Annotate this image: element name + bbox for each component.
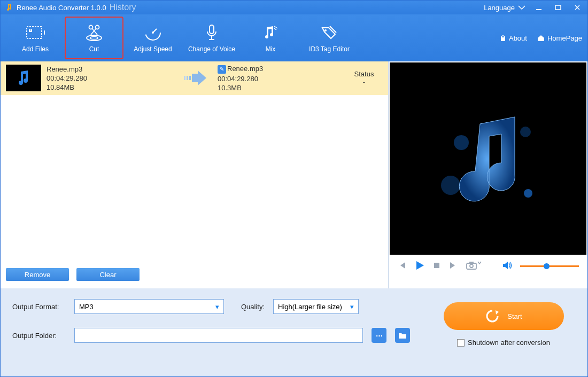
status-column: Status - — [345, 70, 383, 86]
id3-tag-button[interactable]: ID3 Tag Editor — [300, 17, 359, 59]
player-controls — [390, 255, 586, 277]
tag-icon — [320, 23, 339, 42]
change-voice-button[interactable]: Change of Voice — [182, 17, 241, 59]
svg-point-21 — [520, 127, 531, 137]
about-link[interactable]: About — [499, 34, 527, 42]
browse-folder-button[interactable] — [395, 328, 410, 343]
arrow-icon — [180, 70, 212, 85]
output-format-value: MP3 — [79, 303, 94, 311]
app-window: Renee Audio Converter 1.0.0 History Lang… — [0, 0, 588, 377]
file-row[interactable]: Renee.mp3 00:04:29.280 10.84MB ✎Renee.mp… — [1, 61, 388, 95]
destination-filename: ✎Renee.mp3 — [218, 65, 308, 74]
cut-button[interactable]: Cut — [65, 17, 123, 59]
tool-label: Add Files — [22, 45, 49, 53]
svg-point-15 — [324, 29, 327, 32]
svg-rect-16 — [501, 37, 505, 41]
chevron-down-icon: ▾ — [350, 303, 354, 311]
start-label: Start — [507, 312, 522, 320]
destination-metadata: ✎Renee.mp3 00:04:29.280 10.3MB — [218, 65, 308, 92]
more-button[interactable]: ⋯ — [372, 328, 386, 343]
svg-point-11 — [152, 32, 154, 34]
output-folder-input[interactable] — [74, 328, 363, 343]
play-button[interactable] — [414, 260, 425, 272]
add-files-icon: + — [26, 23, 45, 42]
quality-label: Quality: — [233, 303, 265, 311]
refresh-icon — [485, 309, 500, 324]
bottom-panel: Output Format: MP3 ▾ Quality: High(Large… — [1, 288, 587, 376]
next-button[interactable] — [448, 261, 458, 272]
remove-button[interactable]: Remove — [6, 268, 69, 281]
preview-pane — [389, 61, 587, 288]
svg-rect-17 — [184, 76, 185, 80]
music-note-icon — [429, 100, 547, 217]
previous-button[interactable] — [397, 261, 407, 272]
history-link[interactable]: History — [110, 3, 136, 12]
svg-rect-27 — [469, 262, 474, 264]
speed-icon — [143, 23, 163, 42]
homepage-label: HomePage — [547, 34, 582, 42]
shutdown-checkbox[interactable] — [457, 339, 465, 347]
microphone-icon — [202, 23, 221, 42]
svg-rect-12 — [210, 25, 214, 34]
clear-button[interactable]: Clear — [76, 268, 140, 281]
svg-text:+: + — [28, 25, 33, 33]
home-icon — [537, 34, 545, 42]
tool-label: Change of Voice — [188, 45, 235, 53]
lock-icon — [499, 34, 507, 42]
preview-canvas — [390, 62, 586, 255]
stop-button[interactable] — [432, 261, 441, 271]
edit-icon[interactable]: ✎ — [218, 65, 226, 74]
file-thumbnail — [6, 65, 41, 91]
tool-label: ID3 Tag Editor — [309, 45, 350, 53]
homepage-link[interactable]: HomePage — [537, 34, 582, 42]
close-button[interactable] — [571, 3, 583, 12]
file-list-pane: Renee.mp3 00:04:29.280 10.84MB ✎Renee.mp… — [1, 61, 389, 288]
list-action-bar: Remove Clear — [1, 264, 388, 288]
mix-button[interactable]: Mix — [241, 17, 300, 59]
add-files-button[interactable]: + Add Files — [6, 17, 65, 59]
content-area: Renee.mp3 00:04:29.280 10.84MB ✎Renee.mp… — [1, 61, 587, 288]
output-folder-label: Output Folder: — [12, 332, 66, 340]
svg-rect-19 — [189, 76, 191, 80]
svg-point-22 — [441, 176, 460, 195]
svg-point-20 — [454, 135, 469, 150]
chevron-down-icon — [518, 5, 525, 10]
mix-icon — [261, 23, 280, 42]
maximize-button[interactable] — [552, 3, 564, 12]
svg-point-23 — [524, 189, 532, 198]
quality-value: High(Larger file size) — [278, 303, 342, 311]
svg-point-26 — [470, 264, 473, 268]
shutdown-label: Shutdown after conversion — [468, 339, 550, 347]
cut-icon — [84, 23, 104, 42]
source-filename: Renee.mp3 — [47, 65, 175, 73]
svg-rect-1 — [555, 5, 561, 10]
chevron-down-icon: ▾ — [215, 303, 219, 311]
status-header: Status — [345, 70, 383, 78]
adjust-speed-button[interactable]: Adjust Speed — [123, 17, 182, 59]
status-value: - — [345, 78, 383, 86]
svg-rect-24 — [434, 263, 439, 268]
tool-label: Adjust Speed — [134, 45, 172, 53]
language-menu[interactable]: Language — [484, 4, 525, 12]
folder-icon — [398, 332, 407, 339]
file-list: Renee.mp3 00:04:29.280 10.84MB ✎Renee.mp… — [1, 61, 388, 264]
svg-rect-18 — [187, 76, 188, 80]
output-settings: Output Format: MP3 ▾ Quality: High(Large… — [12, 299, 410, 370]
language-label: Language — [484, 4, 515, 12]
slider-knob[interactable] — [544, 263, 550, 269]
source-duration: 00:04:29.280 — [47, 74, 175, 82]
svg-point-8 — [90, 37, 98, 40]
volume-slider[interactable] — [520, 265, 579, 267]
destination-size: 10.3MB — [218, 84, 308, 92]
start-panel: Start Shutdown after conversion — [431, 299, 576, 370]
start-button[interactable]: Start — [444, 302, 564, 330]
shutdown-checkbox-row[interactable]: Shutdown after conversion — [457, 339, 550, 347]
quality-select[interactable]: High(Larger file size) ▾ — [273, 299, 359, 314]
volume-icon[interactable] — [502, 261, 513, 272]
snapshot-button[interactable] — [466, 261, 482, 272]
about-label: About — [509, 34, 527, 42]
output-format-select[interactable]: MP3 ▾ — [74, 299, 224, 314]
app-title: Renee Audio Converter 1.0.0 — [17, 4, 106, 12]
title-bar: Renee Audio Converter 1.0.0 History Lang… — [1, 1, 587, 14]
minimize-button[interactable] — [533, 3, 545, 12]
